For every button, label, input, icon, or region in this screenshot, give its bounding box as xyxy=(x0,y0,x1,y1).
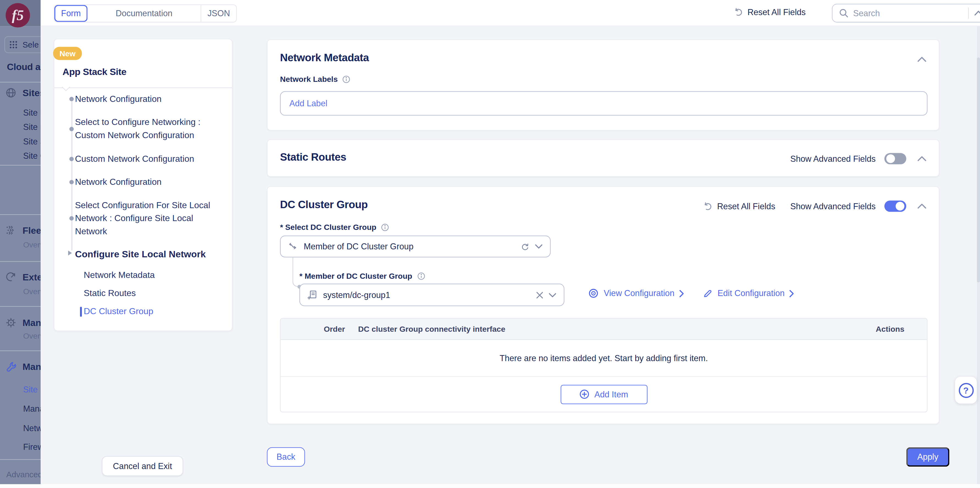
sidebar-item-site-map[interactable]: Site M xyxy=(23,108,41,118)
sidebar-item-site-c[interactable]: Site C xyxy=(23,151,41,161)
sidebar-item-managed-k8s[interactable]: Man xyxy=(0,318,41,328)
reset-icon xyxy=(703,201,713,211)
wizard-step-3[interactable]: Custom Network Configuration xyxy=(75,153,220,165)
wizard-step-4[interactable]: Network Configuration xyxy=(75,175,220,189)
advanced-nav-toggle[interactable]: Advanced xyxy=(6,470,41,479)
tab-json[interactable]: JSON xyxy=(200,5,236,22)
configuration-links: View Configuration Edit Configuration xyxy=(588,288,794,299)
search-box xyxy=(832,4,980,22)
chevron-right-icon xyxy=(679,289,684,297)
connectivity-interface-table: Order DC cluster Group connectivity inte… xyxy=(280,318,928,412)
divider xyxy=(0,306,41,307)
scrollbar-track[interactable] xyxy=(977,26,980,485)
tab-documentation[interactable]: Documentation xyxy=(88,5,200,22)
search-input[interactable] xyxy=(853,8,964,18)
sidebar-item-external[interactable]: Exte xyxy=(0,272,41,283)
eye-icon xyxy=(588,288,599,299)
scrollbar-thumb[interactable] xyxy=(977,57,980,282)
viewport: Sele Cloud a Sites Site M Site L Site S … xyxy=(0,0,980,488)
substep-network-metadata[interactable]: Network Metadata xyxy=(84,270,221,280)
sidebar-item-manage[interactable]: Man xyxy=(0,361,41,372)
add-item-button[interactable]: Add Item xyxy=(560,385,647,404)
back-button[interactable]: Back xyxy=(267,447,305,467)
sidebar-item-label: Flee xyxy=(22,225,41,235)
add-item-label: Add Item xyxy=(594,389,628,399)
member-dc-cluster-group-dropdown[interactable]: system/dc-group1 xyxy=(299,284,565,306)
show-advanced-fields-toggle[interactable] xyxy=(885,200,906,212)
wizard-step-1[interactable]: Network Configuration xyxy=(75,92,220,106)
cancel-and-exit-button[interactable]: Cancel and Exit xyxy=(102,456,183,476)
new-badge: New xyxy=(53,47,82,60)
sidebar-subitem-overview[interactable]: Overv xyxy=(23,287,41,296)
refresh-icon[interactable] xyxy=(521,242,530,251)
sidebar-item-site-s[interactable]: Site S xyxy=(23,137,41,146)
table-empty-state: There are no items added yet. Start by a… xyxy=(280,340,927,377)
helm-wheel-icon xyxy=(5,318,16,328)
edit-configuration-label: Edit Configuration xyxy=(718,289,785,298)
add-label-placeholder[interactable]: Add Label xyxy=(289,99,327,108)
apply-button[interactable]: Apply xyxy=(906,447,950,467)
sidebar-item-sites[interactable]: Sites xyxy=(0,87,41,98)
reset-all-fields-label: Reset All Fields xyxy=(748,7,806,16)
table-footer-row: Add Item xyxy=(280,377,927,412)
f5-logo: f5 xyxy=(5,3,30,27)
sidebar-subitem-overview[interactable]: Overv xyxy=(23,240,41,250)
wizard-step-5[interactable]: Select Configuration For Site Local Netw… xyxy=(75,199,220,238)
divider-notch xyxy=(62,83,70,91)
step-timeline xyxy=(71,98,73,250)
step-dot xyxy=(70,127,74,131)
search-prev-icon[interactable] xyxy=(975,11,980,16)
chevron-down-icon[interactable] xyxy=(549,293,556,297)
view-tabs: Form Documentation JSON xyxy=(54,5,237,22)
modal-header: Form Documentation JSON Reset All Fields xyxy=(41,0,980,26)
wizard-step-2[interactable]: Select to Configure Networking : Custom … xyxy=(75,116,220,142)
sidebar-item-mana[interactable]: Mana xyxy=(23,404,41,413)
collapse-chevron-up-icon[interactable] xyxy=(916,202,928,211)
member-dc-cluster-group-label: * Member of DC Cluster Group xyxy=(299,272,412,281)
divider xyxy=(0,261,41,262)
show-advanced-fields-toggle[interactable] xyxy=(885,153,906,164)
clear-x-icon[interactable] xyxy=(536,291,543,298)
chevron-down-icon[interactable] xyxy=(535,244,542,248)
step-dot xyxy=(70,157,74,161)
substep-dc-cluster-group-active[interactable]: DC Cluster Group xyxy=(84,306,221,316)
wizard-step-6-current[interactable]: Configure Site Local Network xyxy=(75,248,220,261)
step-dot xyxy=(70,180,74,184)
substep-static-routes[interactable]: Static Routes xyxy=(84,288,221,298)
card-reset-all-fields-button[interactable]: Reset All Fields xyxy=(703,201,775,211)
network-labels-label: Network Labels xyxy=(280,75,338,84)
sidebar-item-label: Sites xyxy=(22,87,41,98)
sidebar-item-fleets[interactable]: Flee xyxy=(0,225,41,235)
collapse-chevron-up-icon[interactable] xyxy=(916,55,928,64)
step-dot xyxy=(70,97,74,101)
sidebar-item-netw[interactable]: Netw xyxy=(23,423,41,433)
show-advanced-fields-label: Show Advanced Fields xyxy=(790,202,876,211)
select-service-button[interactable]: Sele xyxy=(5,36,41,53)
globe-icon xyxy=(5,87,16,98)
edit-configuration-link[interactable]: Edit Configuration xyxy=(703,288,794,298)
reset-all-fields-button[interactable]: Reset All Fields xyxy=(733,7,805,17)
sidebar-item-site-list[interactable]: Site L xyxy=(23,122,41,132)
sidebar-item-firew[interactable]: Firew xyxy=(23,442,41,452)
sidebar-item-label: Exte xyxy=(22,272,41,283)
column-actions: Actions xyxy=(876,324,927,334)
search-controls xyxy=(968,7,980,19)
search-icon xyxy=(839,8,849,18)
table-header-row: Order DC cluster Group connectivity inte… xyxy=(280,319,927,340)
sidebar-item-site-list-active[interactable]: Site L xyxy=(23,385,41,394)
step-dot xyxy=(70,216,74,221)
member-dc-cluster-group-label-row: * Member of DC Cluster Group xyxy=(299,272,426,281)
divider xyxy=(0,165,41,165)
wizard-nav-panel: New App Stack Site Network Configuration… xyxy=(54,39,233,331)
view-configuration-link[interactable]: View Configuration xyxy=(588,288,684,299)
help-button[interactable]: ? xyxy=(955,377,977,404)
column-order: Order xyxy=(280,324,358,334)
select-dc-cluster-group-dropdown[interactable]: Member of DC Cluster Group xyxy=(280,235,550,258)
collapse-chevron-up-icon[interactable] xyxy=(916,154,928,163)
network-labels-input[interactable]: Add Label xyxy=(280,91,928,116)
card-reset-all-fields-label: Reset All Fields xyxy=(717,202,775,211)
dc-cluster-group-title: DC Cluster Group xyxy=(280,199,368,211)
sidebar-subitem-overview[interactable]: Overv xyxy=(23,332,41,340)
show-advanced-fields-label: Show Advanced Fields xyxy=(790,154,876,164)
tab-form[interactable]: Form xyxy=(54,5,88,22)
